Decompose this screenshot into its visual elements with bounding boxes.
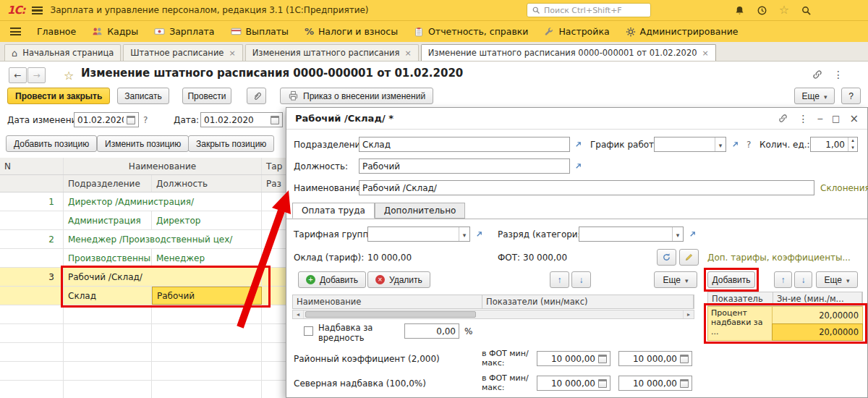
menu-item-nalogi[interactable]: % Налоги и взносы (305, 26, 398, 37)
tab-additional[interactable]: Дополнительно (375, 203, 466, 219)
column-header-indicator[interactable]: Показатель (708, 292, 773, 305)
notifications-bell-icon[interactable] (734, 5, 745, 16)
menu-item-glavnoe[interactable]: Главное (37, 26, 76, 37)
get-link-icon[interactable] (778, 113, 788, 124)
more-menu-icon[interactable] (798, 113, 808, 124)
more-menu-icon[interactable] (833, 69, 843, 80)
calendar-icon[interactable] (598, 379, 607, 388)
menu-item-otchetnost[interactable]: Отчетность, справки (414, 26, 528, 37)
global-search-input[interactable]: Поиск Ctrl+Shift+F (527, 3, 651, 17)
scrollbar-thumb[interactable] (305, 311, 476, 318)
edit-button[interactable] (679, 249, 699, 266)
northern-min-input[interactable]: 10 000,00 (537, 376, 610, 391)
column-header-position[interactable]: Должность (152, 175, 262, 192)
menu-item-nastroyka[interactable]: Настройка (544, 26, 609, 37)
chevron-down-icon[interactable] (676, 229, 680, 240)
column-header-value[interactable]: Зн-ие (мин./м... (773, 292, 862, 305)
schedule-help-link[interactable]: ? (746, 140, 751, 150)
post-button[interactable]: Провести (182, 88, 231, 104)
extra-row-name[interactable]: Процент надбавки за ... (707, 306, 773, 341)
field-help-link[interactable]: ? (143, 115, 148, 125)
close-tab-icon[interactable]: × (702, 48, 709, 58)
calendar-icon[interactable] (680, 379, 689, 388)
write-button[interactable]: Записать (117, 88, 169, 104)
open-grade-icon[interactable] (686, 226, 699, 242)
extra-move-down-button[interactable] (794, 271, 812, 288)
menu-item-zarplata[interactable]: Зарплата (154, 26, 214, 37)
maximize-icon[interactable] (832, 114, 840, 124)
column-header-department[interactable]: Подразделение (64, 175, 152, 192)
harm-percent-input[interactable]: 0,00 (404, 323, 459, 339)
menu-item-administrirovanie[interactable]: Администрирование (626, 26, 739, 37)
close-tab-icon[interactable]: × (405, 48, 412, 58)
functions-menu-icon[interactable] (10, 27, 21, 35)
regional-max-input[interactable]: 10 000,00 (618, 351, 692, 366)
position-input[interactable]: Рабочий (359, 158, 570, 174)
extra-tariffs-link[interactable]: Доп. тарифы, коэффициенты... (707, 253, 851, 263)
open-department-icon[interactable] (571, 137, 584, 152)
northern-max-input[interactable]: 10 000,00 (618, 376, 692, 391)
delete-row-button[interactable]: Удалить (367, 271, 430, 288)
regional-min-input[interactable]: 10 000,00 (537, 351, 610, 366)
refresh-button[interactable] (657, 249, 676, 266)
calendar-icon[interactable] (680, 355, 689, 363)
work-schedule-combo[interactable] (654, 137, 726, 152)
back-button[interactable] (9, 67, 27, 83)
open-position-icon[interactable] (571, 158, 584, 174)
row-position-selected-cell[interactable]: Рабочий (152, 287, 262, 305)
favorite-star-icon[interactable] (64, 68, 74, 82)
move-up-button[interactable] (550, 271, 569, 288)
tab-home[interactable]: Начальная страница (4, 44, 121, 61)
calendar-icon[interactable] (271, 116, 279, 124)
extra-row-value-max-selected[interactable]: 20,00000 (772, 323, 863, 341)
grade-combo[interactable] (579, 226, 684, 242)
date-input[interactable]: 01.02.2020 (200, 112, 283, 127)
scrollbar-track[interactable] (303, 310, 684, 318)
close-icon[interactable] (849, 112, 859, 125)
help-button[interactable]: ? (841, 88, 861, 104)
chevron-down-icon[interactable] (463, 229, 467, 240)
more-actions-button[interactable]: Еще (794, 88, 835, 104)
tab-pay[interactable]: Оплата труда (292, 203, 375, 219)
scroll-left-icon[interactable] (293, 311, 303, 318)
add-position-button[interactable]: Добавить позицию (6, 135, 97, 152)
get-link-icon[interactable] (812, 69, 823, 80)
calendar-icon[interactable] (598, 355, 607, 363)
change-date-input[interactable]: 01.02.2020 (74, 112, 139, 127)
declensions-link[interactable]: Склонения (820, 183, 868, 193)
column-header-name[interactable]: Наименование (293, 295, 482, 308)
quantity-stepper[interactable]: 1,00 ▴▾ (810, 137, 858, 152)
spin-down-icon[interactable]: ▾ (848, 145, 857, 152)
minimize-icon[interactable] (817, 114, 822, 124)
column-header-indicators[interactable]: Показатели (мин/макс) (482, 295, 694, 308)
move-down-button[interactable] (571, 271, 591, 288)
close-tab-icon[interactable]: × (229, 48, 235, 58)
open-schedule-icon[interactable] (728, 137, 741, 152)
main-menu-icon[interactable] (32, 7, 43, 14)
more-grid-button[interactable]: Еще (654, 271, 697, 288)
post-and-close-button[interactable]: Провести и закрыть (7, 88, 110, 104)
name-input[interactable]: Рабочий /Склад/ (359, 180, 814, 195)
attachments-button[interactable] (247, 88, 266, 104)
column-header-name[interactable]: Наименование (64, 158, 262, 174)
department-input[interactable]: Склад (359, 137, 570, 152)
chevron-down-icon[interactable] (719, 140, 723, 150)
extra-more-button[interactable]: Еще (816, 271, 858, 288)
menu-item-vyplaty[interactable]: Выплаты (231, 26, 289, 37)
extra-move-up-button[interactable] (774, 271, 792, 288)
add-extra-tariff-button[interactable]: Добавить (707, 271, 755, 288)
open-tariff-group-icon[interactable] (472, 226, 485, 242)
scroll-right-icon[interactable] (684, 311, 694, 318)
print-order-button[interactable]: Приказ о внесении изменений (280, 88, 433, 104)
harm-allowance-checkbox[interactable] (304, 326, 313, 336)
extra-row-value-min[interactable]: 20,00000 (772, 306, 863, 324)
calendar-icon[interactable] (127, 116, 135, 124)
favorites-star-icon[interactable] (779, 4, 789, 16)
history-clock-icon[interactable] (757, 5, 767, 16)
tab-staffing-change-document[interactable]: Изменение штатного расписания 0000-00000… (421, 44, 716, 61)
tab-staffing-changes[interactable]: Изменения штатного расписания× (245, 44, 419, 61)
tab-staffing[interactable]: Штатное расписание× (123, 44, 242, 61)
forward-button[interactable] (27, 67, 46, 83)
fulltext-search-icon[interactable] (801, 5, 812, 16)
close-position-button[interactable]: Закрыть позицию (188, 135, 274, 152)
